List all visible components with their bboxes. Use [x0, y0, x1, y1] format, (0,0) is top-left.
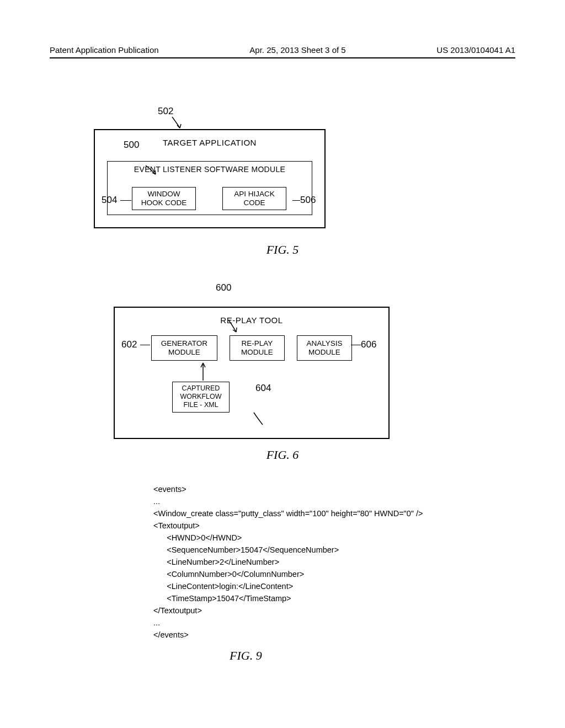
fig9-caption: FIG. 9	[230, 649, 262, 663]
fig6-generator-box: GENERATOR MODULE	[151, 335, 217, 361]
box-line2: MODULE	[241, 348, 273, 356]
arrow-up-icon	[200, 362, 206, 382]
header-rule	[50, 57, 515, 58]
box-line1: ANALYSIS	[306, 339, 342, 347]
ref-600: 600	[216, 282, 231, 293]
box-line1: API HIJACK	[234, 190, 275, 198]
page-header: Patent Application Publication Apr. 25, …	[0, 45, 565, 58]
fig5-caption: FIG. 5	[0, 243, 565, 257]
fig5-event-listener-box: EVENT LISTENER SOFTWARE MODULE WINDOW HO…	[107, 161, 312, 215]
header-sheet-info: Apr. 25, 2013 Sheet 3 of 5	[249, 45, 345, 55]
box-line1: CAPTURED	[182, 384, 220, 392]
fig5-target-application-label: TARGET APPLICATION	[95, 138, 324, 147]
fig6-outer-box: RE-PLAY TOOL GENERATOR MODULE RE-PLAY MO…	[114, 307, 390, 439]
header-publication-type: Patent Application Publication	[50, 45, 159, 55]
fig5-event-listener-label: EVENT LISTENER SOFTWARE MODULE	[108, 165, 312, 174]
ref-502: 502	[158, 106, 173, 117]
fig6-replay-tool-label: RE-PLAY TOOL	[115, 315, 388, 325]
header-row: Patent Application Publication Apr. 25, …	[50, 45, 515, 58]
fig9-xml-listing: <events> ... <Window_create class="putty…	[153, 483, 440, 641]
header-pub-number: US 2013/0104041 A1	[436, 45, 515, 55]
box-line3: FILE - XML	[183, 401, 218, 409]
box-line2: MODULE	[308, 348, 340, 356]
fig6-replay-module-box: RE-PLAY MODULE	[230, 335, 285, 361]
box-line2: MODULE	[168, 348, 200, 356]
fig6-caption: FIG. 6	[0, 448, 565, 462]
fig6-analysis-box: ANALYSIS MODULE	[297, 335, 352, 361]
box-line2: HOOK CODE	[141, 199, 187, 207]
box-line2: WORKFLOW	[180, 393, 222, 400]
fig5-api-hijack-box: API HIJACK CODE	[222, 187, 286, 210]
box-line1: WINDOW	[147, 190, 180, 198]
fig5-outer-box: TARGET APPLICATION EVENT LISTENER SOFTWA…	[94, 129, 326, 228]
patent-page: Patent Application Publication Apr. 25, …	[0, 0, 565, 728]
fig5-window-hook-box: WINDOW HOOK CODE	[132, 187, 196, 210]
fig6-captured-workflow-xml-box: CAPTURED WORKFLOW FILE - XML	[172, 382, 230, 413]
box-line1: RE-PLAY	[242, 339, 273, 347]
box-line1: GENERATOR	[161, 339, 207, 347]
box-line2: CODE	[243, 199, 265, 207]
lead-arrow-icon	[170, 116, 185, 130]
